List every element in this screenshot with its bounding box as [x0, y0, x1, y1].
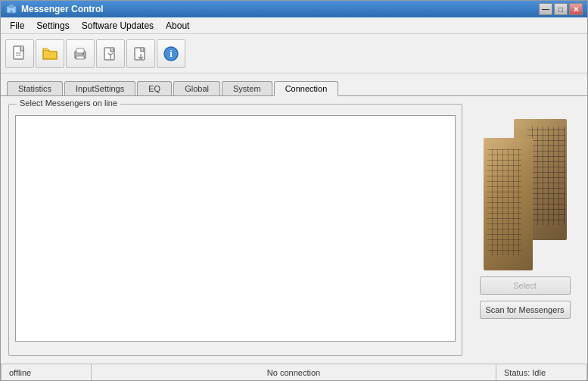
svg-rect-1 [9, 5, 14, 8]
tab-connection[interactable]: Connection [274, 81, 339, 96]
svg-point-9 [82, 53, 84, 55]
export-button[interactable] [96, 39, 125, 68]
new-document-button[interactable] [5, 39, 34, 68]
messenger-listbox[interactable] [15, 115, 456, 342]
statusbar: offline No connection Status: Idle [1, 364, 587, 380]
svg-rect-7 [76, 48, 84, 53]
group-box-label: Select Messengers on line [17, 98, 120, 108]
tower-back-grid [527, 126, 565, 225]
svg-point-2 [11, 11, 13, 13]
server-image [480, 111, 571, 270]
open-folder-button[interactable] [36, 39, 64, 68]
status-connection: No connection [92, 364, 496, 380]
menubar: File Settings Software Updates About [1, 17, 587, 34]
tab-bar: Statistics InputSettings EQ Global Syste… [1, 73, 587, 96]
menu-settings[interactable]: Settings [30, 19, 75, 33]
connection-panel: Select Messengers on line [8, 104, 580, 356]
status-idle: Status: Idle [496, 364, 587, 380]
maximize-button[interactable]: □ [554, 3, 568, 15]
menu-file[interactable]: File [4, 19, 30, 33]
tab-statistics[interactable]: Statistics [7, 81, 63, 95]
tab-input-settings[interactable]: InputSettings [64, 81, 135, 95]
app-icon [5, 3, 17, 15]
status-offline: offline [1, 364, 92, 380]
server-towers-graphic [484, 119, 567, 270]
titlebar: Messenger Control — □ ✕ [1, 1, 587, 17]
messenger-group-box: Select Messengers on line [8, 104, 462, 356]
tower-front [484, 138, 533, 270]
window-controls: — □ ✕ [539, 3, 583, 15]
minimize-button[interactable]: — [539, 3, 552, 15]
main-content: Select Messengers on line [1, 96, 587, 364]
close-button[interactable]: ✕ [569, 3, 583, 15]
right-panel: Select Scan for Messengers [470, 104, 580, 356]
svg-text:i: i [170, 48, 173, 59]
tab-system[interactable]: System [222, 81, 272, 95]
svg-rect-8 [76, 56, 84, 59]
select-button[interactable]: Select [480, 276, 571, 295]
tower-front-grid [487, 149, 521, 255]
window-title: Messenger Control [21, 4, 539, 14]
menu-about[interactable]: About [160, 19, 195, 33]
import-button[interactable] [126, 39, 155, 68]
scan-button[interactable]: Scan for Messengers [480, 301, 571, 319]
tab-eq[interactable]: EQ [137, 81, 172, 95]
menu-software-updates[interactable]: Software Updates [76, 19, 160, 33]
main-window: Messenger Control — □ ✕ File Settings So… [0, 0, 588, 381]
print-button[interactable] [66, 39, 95, 68]
toolbar: i [1, 34, 587, 73]
info-button[interactable]: i [157, 39, 185, 68]
tab-global[interactable]: Global [173, 81, 220, 95]
